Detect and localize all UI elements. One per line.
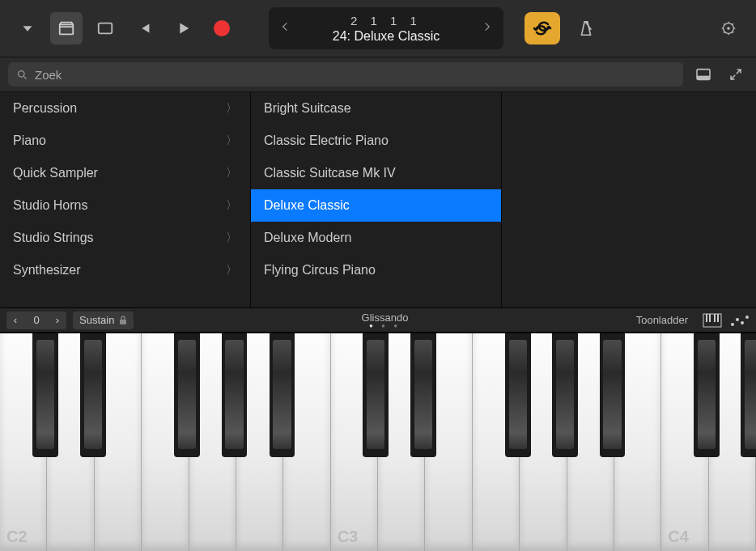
- scale-label[interactable]: Toonladder: [636, 314, 688, 326]
- category-label: Synthesizer: [13, 263, 81, 278]
- preset-item[interactable]: Classic Suitcase Mk IV: [251, 157, 501, 189]
- preset-item-selected[interactable]: Deluxe Classic: [251, 189, 501, 222]
- piano-keyboard[interactable]: C2 C3 C4: [0, 332, 756, 551]
- chevron-right-icon: 〉: [226, 263, 237, 278]
- lcd-center: 2 1 1 1 24: Deluxe Classic: [293, 14, 479, 44]
- key-label: C4: [668, 528, 689, 546]
- black-key[interactable]: [174, 333, 200, 457]
- keyboard-control-strip: ‹ 0 › Sustain Glissando ● ● ● Toonladder: [0, 307, 756, 332]
- preset-label: Classic Suitcase Mk IV: [264, 166, 396, 180]
- svg-point-12: [731, 323, 734, 326]
- library-button[interactable]: [50, 12, 83, 45]
- page-dots: ● ● ●: [140, 324, 629, 328]
- search-input[interactable]: Zoek: [8, 62, 683, 87]
- settings-button[interactable]: [712, 12, 745, 45]
- top-toolbar: 2 1 1 1 24: Deluxe Classic: [0, 0, 756, 57]
- preset-label: Bright Suitcase: [264, 101, 351, 116]
- black-key[interactable]: [222, 333, 248, 457]
- lcd-position: 2 1 1 1: [293, 14, 479, 28]
- lcd-prev-icon[interactable]: [277, 21, 293, 36]
- category-label: Studio Strings: [13, 231, 94, 245]
- black-key[interactable]: [270, 333, 295, 457]
- category-item[interactable]: Studio Strings〉: [0, 222, 250, 254]
- keyboard-mode-icons: [703, 313, 750, 328]
- menu-dropdown-button[interactable]: [11, 12, 44, 45]
- metronome-button[interactable]: [570, 12, 602, 45]
- lcd-next-icon[interactable]: [479, 21, 495, 36]
- detail-column: [502, 92, 756, 307]
- record-button[interactable]: [206, 12, 238, 45]
- octave-down-button[interactable]: ‹: [6, 314, 24, 326]
- preset-label: Deluxe Modern: [264, 231, 352, 245]
- preset-label: Deluxe Classic: [264, 198, 350, 213]
- category-item[interactable]: Synthesizer〉: [0, 254, 250, 286]
- category-label: Studio Horns: [13, 198, 88, 213]
- preset-label: Flying Circus Piano: [264, 263, 376, 278]
- black-key[interactable]: [552, 333, 578, 457]
- arpeggiator-icon[interactable]: [730, 313, 750, 328]
- chevron-right-icon: 〉: [226, 231, 237, 245]
- svg-point-15: [745, 316, 749, 319]
- black-key[interactable]: [80, 333, 106, 457]
- category-item[interactable]: Percussion〉: [0, 92, 250, 125]
- black-key[interactable]: [505, 333, 531, 457]
- keyboard-layout-icon[interactable]: [703, 313, 722, 328]
- category-item[interactable]: Quick Sampler〉: [0, 157, 250, 189]
- category-label: Piano: [13, 134, 46, 148]
- sustain-label: Sustain: [79, 314, 114, 326]
- svg-point-2: [727, 27, 730, 30]
- search-icon: [16, 69, 28, 81]
- svg-rect-5: [697, 76, 710, 80]
- cycle-icon: [533, 21, 552, 36]
- black-key[interactable]: [600, 333, 626, 457]
- key-label: C3: [338, 528, 359, 546]
- gear-icon: [720, 19, 737, 37]
- preset-item[interactable]: Flying Circus Piano: [251, 254, 501, 286]
- keyboard-mode-center[interactable]: Glissando ● ● ●: [140, 312, 629, 328]
- preset-item[interactable]: Bright Suitcase: [251, 92, 501, 125]
- category-label: Percussion: [13, 101, 77, 116]
- cycle-button[interactable]: [525, 12, 560, 45]
- black-key[interactable]: [741, 333, 756, 457]
- svg-rect-10: [714, 314, 716, 322]
- preset-label: Classic Electric Piano: [264, 134, 389, 148]
- expand-button[interactable]: [724, 62, 748, 87]
- chevron-right-icon: 〉: [226, 166, 237, 180]
- category-item[interactable]: Piano〉: [0, 125, 250, 157]
- svg-rect-9: [709, 314, 711, 322]
- chevron-right-icon: 〉: [226, 198, 237, 213]
- record-icon: [214, 20, 230, 36]
- preset-column: Bright Suitcase Classic Electric Piano C…: [251, 92, 502, 307]
- octave-value: 0: [24, 314, 49, 326]
- chevron-right-icon: 〉: [226, 134, 237, 148]
- svg-rect-8: [706, 314, 707, 322]
- svg-point-14: [741, 321, 744, 324]
- octave-control: ‹ 0 ›: [6, 312, 66, 329]
- black-key[interactable]: [410, 333, 436, 457]
- view-button[interactable]: [89, 12, 121, 45]
- lock-icon: [119, 316, 127, 325]
- category-column: Percussion〉 Piano〉 Quick Sampler〉 Studio…: [0, 92, 251, 307]
- sustain-button[interactable]: Sustain: [73, 312, 134, 329]
- play-button[interactable]: [167, 12, 199, 45]
- svg-point-13: [736, 318, 739, 321]
- preset-item[interactable]: Classic Electric Piano: [251, 125, 501, 157]
- svg-point-3: [19, 70, 25, 77]
- svg-rect-0: [99, 23, 113, 34]
- go-to-start-button[interactable]: [128, 12, 160, 45]
- svg-rect-11: [717, 314, 719, 322]
- category-item[interactable]: Studio Horns〉: [0, 189, 250, 222]
- preset-item[interactable]: Deluxe Modern: [251, 222, 501, 254]
- octave-up-button[interactable]: ›: [49, 314, 66, 326]
- key-label: C2: [6, 528, 28, 546]
- metronome-icon: [577, 19, 595, 37]
- category-label: Quick Sampler: [13, 166, 98, 180]
- search-placeholder: Zoek: [35, 68, 62, 82]
- black-key[interactable]: [32, 333, 58, 457]
- view-toggle-button[interactable]: [691, 62, 716, 87]
- lcd-display[interactable]: 2 1 1 1 24: Deluxe Classic: [269, 7, 503, 49]
- svg-rect-6: [120, 320, 126, 324]
- sound-browser: Percussion〉 Piano〉 Quick Sampler〉 Studio…: [0, 92, 756, 307]
- black-key[interactable]: [363, 333, 389, 457]
- black-key[interactable]: [694, 333, 720, 457]
